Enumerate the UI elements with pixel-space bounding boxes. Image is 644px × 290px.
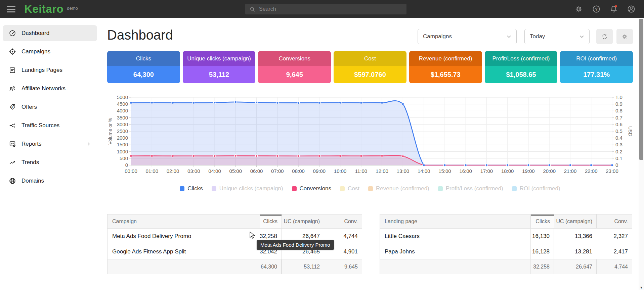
svg-text:0: 0 [615,162,618,168]
svg-text:10:00: 10:00 [334,168,347,174]
column-header[interactable]: Clicks [530,214,554,229]
sidebar-item-campaigns[interactable]: Campaigns [3,44,97,60]
notifications-icon[interactable] [609,5,618,13]
column-header[interactable]: UC (campaign) [554,214,596,229]
metric-card-revenue-confirmed: Revenue (confirmed)$1,655.73 [409,51,482,83]
column-header[interactable]: Clicks [260,214,282,229]
legend-item-revenue-confirmed[interactable]: Revenue (confirmed) [368,185,429,192]
account-icon[interactable] [627,5,636,13]
svg-text:s: s [11,106,13,108]
table-footer-cell: 26,647 [554,259,596,274]
svg-text:2500: 2500 [117,128,128,134]
table-cell[interactable]: Papa Johns [380,244,530,259]
svg-text:01:00: 01:00 [145,168,158,174]
legend-label: Unique clicks (campaign) [219,185,283,192]
metric-card-unique-clicks-campaign: Unique clicks (campaign)53,112 [183,51,256,83]
metric-card-clicks: Clicks64,300 [107,51,180,83]
column-header[interactable]: Campaign [108,214,260,229]
sidebar-item-reports[interactable]: Reports [3,136,97,152]
svg-text:13:00: 13:00 [397,168,410,174]
svg-text:18:00: 18:00 [501,168,514,174]
svg-text:0.1: 0.1 [615,155,622,161]
legend-item-cost[interactable]: Cost [340,185,359,192]
column-header[interactable]: UC (campaign) [282,214,324,229]
legend-label: Profit/Loss (confirmed) [446,185,503,192]
svg-text:0.4: 0.4 [615,135,622,141]
svg-text:1.0: 1.0 [615,95,622,100]
topbar-icons: ? [574,0,636,18]
domains-icon [9,177,16,185]
table-footer-cell [380,259,530,274]
scrollbar-track[interactable]: ▼ [639,18,644,290]
search-icon [249,6,256,12]
table-footer-cell: 53,112 [282,259,324,274]
column-header[interactable]: Conv. [596,214,632,229]
svg-text:0.9: 0.9 [615,101,622,107]
sidebar-item-landings-pages[interactable]: Landings Pages [3,62,97,78]
sidebar: DashboardCampaignsLandings PagesAffiliat… [0,18,100,290]
table-footer-cell: 32,258 [530,259,554,274]
scrollbar-thumb[interactable] [639,19,643,160]
metric-card-value: 177.31% [560,66,633,83]
svg-text:02:00: 02:00 [167,168,179,174]
legend-swatch [292,186,297,191]
campaigns-icon [9,48,16,55]
legend-item-conversions[interactable]: Conversions [292,185,332,192]
svg-text:5000: 5000 [117,95,128,100]
svg-text:USD: USD [628,126,633,136]
svg-text:23:00: 23:00 [606,168,618,174]
metric-card-value: 9,645 [258,66,331,83]
svg-text:06:00: 06:00 [250,168,263,174]
sidebar-item-label: Affiliate Networks [22,85,66,92]
column-header[interactable]: Conv. [324,214,362,229]
svg-text:0.2: 0.2 [615,149,622,154]
scrollbar-down-arrow[interactable]: ▼ [639,286,644,289]
legend-item-profit-loss-confirmed[interactable]: Profit/Loss (confirmed) [438,185,503,192]
page-title: Dashboard [107,28,173,43]
svg-text:0.7: 0.7 [615,115,622,120]
date-range-select[interactable]: Today [524,29,590,44]
keitaro-logo[interactable]: Keitaro [24,3,63,15]
table-cell[interactable]: Meta Ads Food Delivery Promo [108,229,260,244]
svg-text:00:00: 00:00 [125,168,137,174]
svg-text:0.5: 0.5 [615,128,622,134]
metric-card-label: Cost [334,51,406,66]
svg-text:0: 0 [125,162,128,168]
svg-text:500: 500 [120,155,128,161]
table-cell[interactable]: Google Ads Fitness App Split [108,244,260,259]
sort-indicator [531,214,554,216]
landing-pages-table: Landing pageClicksUC (campaign)Conv.Litt… [380,214,632,274]
global-search [245,4,406,14]
sidebar-item-affiliate-networks[interactable]: Affiliate Networks [3,81,97,97]
table-cell[interactable]: Little Caesars [380,229,530,244]
refresh-button[interactable] [596,29,613,44]
sidebar-item-label: Reports [22,141,42,147]
sidebar-item-trends[interactable]: Trends [3,154,97,171]
hamburger-menu-icon[interactable] [7,3,18,15]
refresh-icon [601,33,608,40]
svg-text:2000: 2000 [117,135,128,141]
search-input[interactable] [256,4,406,14]
sidebar-item-offers[interactable]: sOffers [3,99,97,115]
legend-swatch [438,186,443,191]
chevron-down-icon [579,34,585,40]
metric-card-label: ROI (confirmed) [560,51,633,66]
sidebar-item-domains[interactable]: Domains [3,173,97,189]
help-icon[interactable]: ? [592,5,601,13]
topbar: Keitaro demo ? [0,0,644,18]
sidebar-item-label: Dashboard [22,30,49,37]
dashboard-settings-button[interactable] [616,29,633,44]
legend-item-clicks[interactable]: Clicks [180,185,203,192]
grouping-select[interactable]: Campaigns [418,29,517,44]
legend-item-unique-clicks-campaign[interactable]: Unique clicks (campaign) [212,185,283,192]
sidebar-item-dashboard[interactable]: Dashboard [3,25,97,41]
settings-icon[interactable] [574,5,583,13]
legend-item-roi-confirmed[interactable]: ROI (confirmed) [512,185,560,192]
column-header[interactable]: Landing page [380,214,530,229]
sidebar-item-traffic-sources[interactable]: Traffic Sources [3,117,97,134]
svg-text:3500: 3500 [117,115,128,120]
legend-label: Cost [348,185,359,192]
svg-text:04:00: 04:00 [208,168,221,174]
svg-text:21:00: 21:00 [564,168,577,174]
row-tooltip: Meta Ads Food Delivery Promo [257,240,334,250]
